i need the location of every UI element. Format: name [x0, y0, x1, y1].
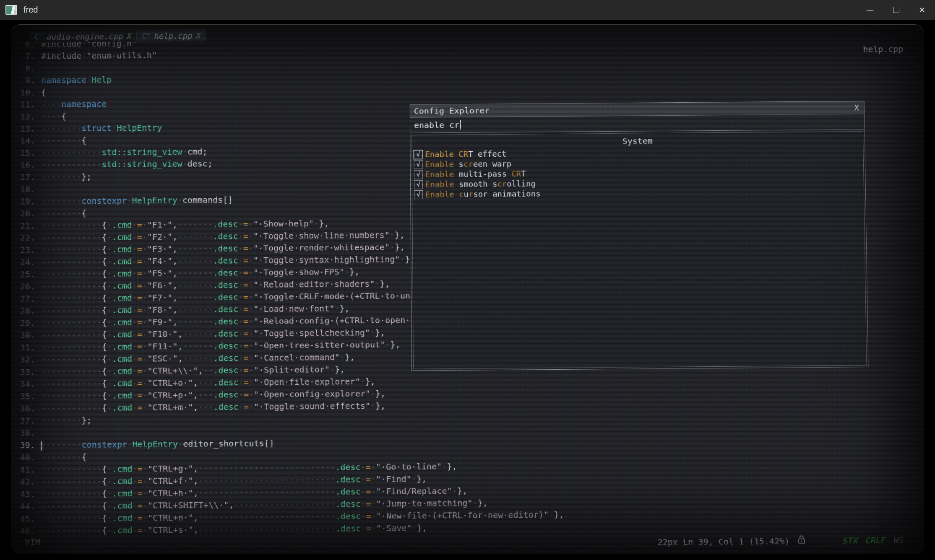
line-number: 34. — [11, 378, 35, 391]
line-number: 28. — [11, 305, 35, 317]
line-number: 31. — [11, 341, 35, 354]
flag-stx: STX — [843, 535, 858, 546]
line-number: 23. — [11, 244, 35, 256]
os-titlebar: fred — ✕ — [0, 0, 935, 20]
checkbox[interactable]: √ — [414, 150, 422, 159]
editor-screen: 6.#include·"config.h"7.#include·"enum-ut… — [11, 24, 924, 554]
line-number: 35. — [11, 390, 35, 403]
tab-close-icon[interactable]: X — [196, 31, 201, 40]
line-number: 16. — [11, 159, 35, 171]
tab-audio-engine[interactable]: C++ audio-engine.cpp X — [29, 30, 137, 43]
minimize-button[interactable]: — — [857, 0, 883, 20]
line-number: 43. — [11, 488, 35, 501]
line-number: 7. — [11, 50, 35, 62]
line-number: 12. — [11, 111, 35, 123]
maximize-icon — [893, 7, 899, 13]
config-option-label: Enable smooth scrolling — [425, 179, 536, 189]
line-number: 39. — [11, 439, 35, 452]
config-options: √Enable CRT effect√Enable screen warp√En… — [412, 146, 864, 200]
line-number: 21. — [11, 220, 35, 232]
line-number: 22. — [11, 232, 35, 244]
line-number: 44. — [11, 500, 35, 513]
close-icon[interactable]: X — [854, 103, 859, 112]
search-caret — [460, 120, 461, 130]
checkbox[interactable]: √ — [414, 190, 423, 199]
line-number: 30. — [11, 329, 35, 342]
window-controls: — ✕ — [857, 0, 935, 20]
lock-icon — [797, 534, 806, 547]
status-flags: STX CRLF WS — [843, 535, 904, 545]
line-number: 37. — [11, 415, 35, 427]
line-number: 40. — [11, 451, 35, 464]
search-query-text: enable cr — [414, 120, 459, 130]
config-explorer-panel: Config Explorer X enable cr System √Enab… — [410, 101, 869, 371]
flag-crlf: CRLF — [865, 535, 886, 545]
window-title: fred — [23, 5, 38, 15]
config-option-label: Enable cursor animations — [425, 189, 540, 199]
checkbox[interactable]: √ — [414, 170, 423, 179]
checkbox[interactable]: √ — [414, 180, 423, 189]
config-option-list: System √Enable CRT effect√Enable screen … — [412, 131, 867, 369]
line-number: 36. — [11, 402, 35, 415]
tab-label: audio-engine.cpp — [47, 31, 123, 41]
line-number: 27. — [11, 293, 35, 305]
cursor-position-text: 22px Ln 39, Col 1 (15.42%) — [657, 536, 789, 547]
line-number: 14. — [11, 135, 35, 147]
checkbox[interactable]: √ — [414, 160, 423, 169]
line-number: 32. — [11, 354, 35, 366]
tab-bar: C++ audio-engine.cpp X C++ help.cpp X — [29, 29, 206, 43]
line-number: 33. — [11, 366, 35, 379]
maximize-button[interactable] — [883, 0, 909, 20]
line-number: 24. — [11, 256, 35, 268]
line-number: 19. — [11, 195, 35, 207]
flag-ws: WS — [893, 535, 904, 545]
config-option-label: Enable multi-pass CRT — [425, 169, 526, 179]
current-file-label: help.cpp — [863, 44, 903, 54]
line-number: 42. — [11, 476, 35, 488]
line-number: 15. — [11, 147, 35, 159]
cpp-file-icon: C++ — [34, 33, 43, 41]
line-number: 9. — [11, 75, 35, 87]
line-number: 29. — [11, 317, 35, 329]
config-search-input[interactable]: enable cr — [410, 114, 865, 133]
tab-help[interactable]: C++ help.cpp X — [137, 29, 206, 42]
cpp-file-icon: C++ — [142, 32, 150, 40]
line-number: 41. — [11, 464, 35, 476]
line-number: 45. — [11, 513, 35, 525]
config-explorer-title: Config Explorer — [414, 106, 490, 116]
editor-mode-indicator: VIM — [25, 537, 40, 547]
status-bar-right: 22px Ln 39, Col 1 (15.42%) STX CRLF WS — [657, 534, 904, 548]
line-number: 8. — [11, 62, 35, 75]
line-number: 38. — [11, 427, 35, 439]
line-number: 11. — [11, 99, 35, 111]
line-number: 20. — [11, 207, 35, 220]
config-option-label: Enable CRT effect — [425, 149, 506, 159]
tab-label: help.cpp — [154, 31, 192, 41]
line-number: 25. — [11, 268, 35, 280]
line-number: 18. — [11, 183, 35, 195]
tab-close-icon[interactable]: X — [127, 32, 132, 41]
line-number: 46. — [11, 525, 35, 537]
close-button[interactable]: ✕ — [909, 0, 935, 20]
config-option-label: Enable screen warp — [425, 159, 512, 169]
line-number: 17. — [11, 171, 35, 183]
line-number: 13. — [11, 123, 35, 135]
line-number: 10. — [11, 86, 35, 99]
line-number: 26. — [11, 280, 35, 293]
app-icon — [5, 5, 17, 15]
